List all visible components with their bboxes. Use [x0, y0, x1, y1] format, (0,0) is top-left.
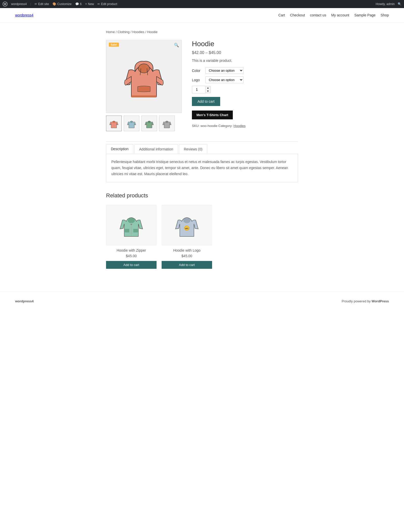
tabs-header: Description Additional information Revie…: [106, 142, 298, 154]
edit-product-link[interactable]: ✏ Edit product: [97, 2, 117, 6]
related-product-2-add-to-cart[interactable]: Add to cart: [162, 261, 212, 269]
footer-powered-by: Proudly powered by WordPress: [342, 299, 389, 303]
thumbnail-3[interactable]: [141, 116, 157, 131]
new-link[interactable]: + New: [85, 2, 94, 6]
description-text: Pellentesque habitant morbi tristique se…: [111, 159, 293, 177]
related-product-2-title: Hoodie with Logo: [162, 248, 212, 252]
site-title: wordpress4: [15, 13, 33, 17]
add-to-cart-button[interactable]: Add to cart: [192, 97, 220, 106]
zoom-icon[interactable]: 🔍: [174, 43, 179, 47]
product-title: Hoodie: [192, 40, 298, 48]
svg-text:WC: WC: [185, 227, 189, 230]
product-layout: Sale! 🔍: [106, 40, 298, 131]
nav-checkout[interactable]: Checkout: [290, 13, 305, 17]
edit-site-icon: ✏: [35, 2, 37, 6]
product-gallery: Sale! 🔍: [106, 40, 182, 131]
svg-point-6: [113, 121, 115, 123]
tabs-section: Description Additional information Revie…: [106, 141, 298, 182]
related-product-2: WC Hoodie with Logo $45.00 Add to cart: [162, 205, 212, 269]
edit-site-link[interactable]: ✏ Edit site: [35, 2, 49, 6]
footer-powered-text: Proudly powered by: [342, 299, 371, 303]
admin-site-link[interactable]: wordpress4: [11, 2, 27, 6]
product-category-text: Category:: [218, 124, 233, 128]
product-price: $42.00 – $45.00: [192, 50, 298, 55]
footer-site-link[interactable]: wordpress4: [15, 299, 34, 303]
color-label: Color: [192, 69, 203, 73]
related-products: Related products: [106, 192, 298, 269]
nav-shop[interactable]: Shop: [381, 13, 389, 17]
main-product-image[interactable]: Sale! 🔍: [106, 40, 182, 113]
size-chart-button[interactable]: Men's T-Shirts Chart: [192, 111, 233, 119]
thumbnail-2[interactable]: [124, 116, 139, 131]
main-content: Home / Clothing / Hoodies / Hoodie Sale!…: [101, 22, 303, 276]
breadcrumb-home[interactable]: Home: [106, 30, 115, 34]
tab-description[interactable]: Description: [106, 144, 133, 154]
quantity-down[interactable]: ▼: [206, 90, 210, 93]
new-icon: +: [85, 2, 87, 6]
product-description: This is a variable product.: [192, 59, 298, 63]
quantity-input[interactable]: [192, 86, 206, 93]
product-category-link[interactable]: Hoodies: [234, 124, 246, 128]
related-product-1: Hoodie with Zipper $45.00 Add to cart: [106, 205, 157, 269]
customize-icon: 🎨: [53, 2, 56, 6]
svg-point-2: [138, 64, 149, 73]
color-select[interactable]: Choose an option Blue Green Red: [206, 67, 243, 74]
tab-content-description: Pellentesque habitant morbi tristique se…: [106, 154, 298, 182]
logo-variation: Logo Choose an option Yes No: [192, 76, 298, 83]
customize-link[interactable]: 🎨 Customize: [53, 2, 72, 6]
thumbnail-4[interactable]: [159, 116, 175, 131]
tab-additional-information[interactable]: Additional information: [134, 144, 178, 154]
related-product-1-title: Hoodie with Zipper: [106, 248, 157, 252]
wp-logo-link[interactable]: W: [3, 2, 8, 7]
admin-bar: W wordpress4 | ✏ Edit site 🎨 Customize 💬…: [0, 0, 404, 8]
nav-contact[interactable]: contact us: [310, 13, 326, 17]
admin-bar-right: Howdy, admin 🔍: [376, 2, 401, 6]
comments-icon: 💬: [75, 2, 79, 6]
product-details: Hoodie $42.00 – $45.00 This is a variabl…: [192, 40, 298, 131]
site-title-link[interactable]: wordpress4: [15, 13, 33, 17]
product-meta: SKU: woo-hoodie Category: Hoodies: [192, 124, 298, 128]
tab-reviews[interactable]: Reviews (0): [179, 144, 207, 154]
svg-point-8: [148, 121, 150, 123]
quantity-steppers: ▲ ▼: [206, 86, 211, 93]
product-sku: SKU: woo-hoodie: [192, 124, 217, 128]
logo-select[interactable]: Choose an option Yes No: [206, 76, 243, 83]
svg-rect-13: [125, 229, 129, 232]
logo-label: Logo: [192, 78, 203, 82]
comments-link[interactable]: 💬 6: [75, 2, 82, 6]
svg-rect-12: [131, 224, 132, 225]
site-nav: Cart Checkout contact us My account Samp…: [278, 13, 389, 17]
svg-point-7: [130, 121, 133, 123]
quantity-up[interactable]: ▲: [206, 86, 210, 90]
svg-text:W: W: [4, 3, 7, 6]
edit-product-icon: ✏: [97, 2, 100, 6]
related-grid: Hoodie with Zipper $45.00 Add to cart WC: [106, 205, 298, 269]
related-title: Related products: [106, 192, 298, 199]
related-product-1-image[interactable]: [106, 205, 157, 245]
nav-my-account[interactable]: My account: [331, 13, 349, 17]
related-product-1-add-to-cart[interactable]: Add to cart: [106, 261, 157, 269]
thumbnail-1[interactable]: [106, 116, 122, 131]
breadcrumb-clothing[interactable]: Clothing: [118, 30, 130, 34]
breadcrumb-current: Hoodie: [147, 30, 158, 34]
svg-rect-5: [131, 95, 157, 97]
footer-wordpress-link[interactable]: WordPress: [372, 299, 389, 303]
related-product-1-price: $45.00: [106, 254, 157, 258]
sale-badge: Sale!: [109, 43, 119, 47]
svg-point-9: [166, 121, 168, 123]
related-product-2-price: $45.00: [162, 254, 212, 258]
site-header: wordpress4 Cart Checkout contact us My a…: [0, 8, 404, 22]
site-footer: wordpress4 Proudly powered by WordPress: [0, 291, 404, 311]
related-product-2-image[interactable]: WC: [162, 205, 212, 245]
hoodie-zipper-image: [119, 210, 144, 240]
svg-point-15: [183, 218, 190, 223]
search-icon-link[interactable]: 🔍: [398, 2, 401, 6]
product-thumbnails: [106, 116, 182, 131]
breadcrumb: Home / Clothing / Hoodies / Hoodie: [106, 30, 298, 34]
hoodie-image: [121, 51, 167, 102]
nav-cart[interactable]: Cart: [278, 13, 285, 17]
nav-sample-page[interactable]: Sample Page: [354, 13, 375, 17]
breadcrumb-hoodies[interactable]: Hoodies: [132, 30, 144, 34]
hoodie-logo-image: WC: [174, 210, 199, 240]
footer-site-name: wordpress4: [15, 299, 34, 303]
